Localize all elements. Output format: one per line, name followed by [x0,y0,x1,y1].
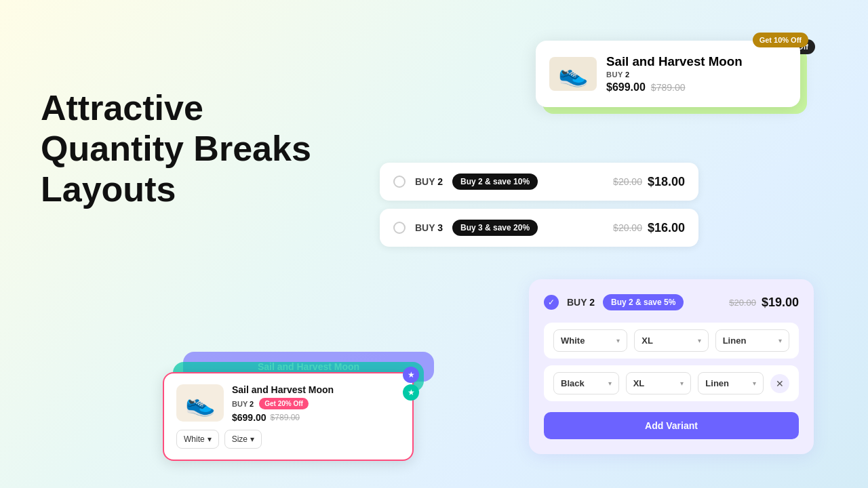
pcard-buy-row: BUY 2 Get 20% Off [232,398,334,409]
price-old-front: $789.00 [651,82,686,93]
qty-label-1: BUY 2 [415,176,443,187]
variant-buy-label: BUY 2 [567,297,595,308]
variant-row-1: White ▾ XL ▾ Linen ▾ [544,323,799,359]
qty-price-old-2: $20.00 [613,222,642,233]
variant-prices: $20.00 $19.00 [729,296,799,310]
price-new-front: $699.00 [606,81,646,94]
heading-line1: Attractive [41,88,203,127]
chevron-down-icon: ▾ [698,337,701,344]
variant-color-value-1: White [561,336,585,346]
color-select-value: White [184,434,205,444]
add-variant-button[interactable]: Add Variant [544,412,799,439]
star-icon-purple: ★ [403,367,419,383]
save-badge-1: Buy 2 & save 10% [452,174,538,190]
qty-row-2[interactable]: BUY 3 Buy 3 & save 20% $20.00 $16.00 [380,209,698,247]
variant-size-value-2: XL [633,378,645,388]
pcard-selects: White ▾ Size ▾ [176,430,400,449]
qty-label-2: BUY 3 [415,222,443,233]
pcard-img: 👟 [176,384,224,422]
chevron-down-icon-size: ▾ [250,434,254,444]
qty-breaks-section: BUY 2 Buy 2 & save 10% $20.00 $18.00 BUY… [380,163,698,247]
product-card-front: Get 10% Off 👟 Sail and Harvest Moon BUY … [536,41,800,107]
variant-size-select-2[interactable]: XL ▾ [626,372,692,394]
pcard-title: Sail and Harvest Moon [232,384,334,395]
heading-line3: Layouts [41,169,176,209]
save-badge-2: Buy 3 & save 20% [452,220,538,236]
variant-size-value-1: XL [642,336,653,346]
chevron-down-icon: ▾ [608,380,612,387]
variant-material-select-1[interactable]: Linen ▾ [715,329,789,352]
chevron-down-icon: ▾ [680,380,684,387]
size-select-value: Size [232,434,248,444]
pcard-buy-text: BUY 2 [232,400,254,408]
chevron-down-icon: ▾ [778,337,782,344]
heading-line2: Quantity Breaks [41,129,311,168]
heading-section: Attractive Quantity Breaks Layouts [41,88,311,209]
price-row-front: $699.00 $789.00 [606,81,743,94]
variant-color-value-2: Black [561,378,585,388]
qty-price-new-2: $16.00 [648,221,685,235]
pcard-header: 👟 Sail and Harvest Moon BUY 2 Get 20% Of… [176,384,400,423]
star-icon-teal: ★ [403,384,419,401]
remove-variant-button[interactable]: ✕ [770,374,789,393]
variant-price-new: $19.00 [762,296,799,310]
product-info-front: Sail and Harvest Moon BUY 2 $699.00 $789… [606,54,743,94]
product-name-front: Sail and Harvest Moon [606,54,743,69]
qty-price-new-1: $18.00 [648,175,685,189]
chevron-down-icon: ▾ [208,434,212,444]
variant-header: ✓ BUY 2 Buy 2 & save 5% $20.00 $19.00 [544,294,799,310]
product-img-front: 👟 [549,57,597,91]
qty-prices-1: $20.00 $18.00 [613,175,685,189]
variant-price-old: $20.00 [729,298,756,308]
qty-row-1[interactable]: BUY 2 Buy 2 & save 10% $20.00 $18.00 [380,163,698,201]
variant-card: ✓ BUY 2 Buy 2 & save 5% $20.00 $19.00 Wh… [529,279,814,454]
chevron-down-icon: ▾ [753,380,756,387]
size-select[interactable]: Size ▾ [224,430,262,449]
variant-color-select-1[interactable]: White ▾ [553,329,627,352]
pcard-discount-badge: Get 20% Off [259,398,309,409]
color-select[interactable]: White ▾ [176,430,219,449]
variant-save-badge: Buy 2 & save 5% [603,294,684,310]
variant-material-value-1: Linen [723,336,747,346]
check-icon: ✓ [544,295,559,310]
top-product-cards: Get 10% Off 👟 Sail and Harvest Moon BUY … [536,41,800,107]
pcard-price-new: $699.00 [232,412,267,423]
qty-prices-2: $20.00 $16.00 [613,221,685,235]
buy-label-front: BUY 2 [606,70,743,79]
variant-color-select-2[interactable]: Black ▾ [553,372,619,394]
pcard-prices: $699.00 $789.00 [232,412,334,423]
pcard-main: ★ ★ 👟 Sail and Harvest Moon BUY 2 Get 20… [163,372,414,461]
qty-price-old-1: $20.00 [613,176,642,187]
chevron-down-icon: ▾ [616,337,620,344]
variant-material-value-2: Linen [705,378,729,388]
pcard-price-old: $789.00 [271,413,300,422]
variant-row-2: Black ▾ XL ▾ Linen ▾ ✕ [544,365,799,401]
variant-size-select-1[interactable]: XL ▾ [634,329,708,352]
radio-buy3[interactable] [393,222,406,234]
variant-material-select-2[interactable]: Linen ▾ [698,372,764,394]
bottom-left-cards: Sail and Harvest Moon Sail and Harvest M… [163,372,414,461]
badge-front: Get 10% Off [753,33,808,47]
pcard-info: Sail and Harvest Moon BUY 2 Get 20% Off … [232,384,334,423]
radio-buy2[interactable] [393,176,406,188]
